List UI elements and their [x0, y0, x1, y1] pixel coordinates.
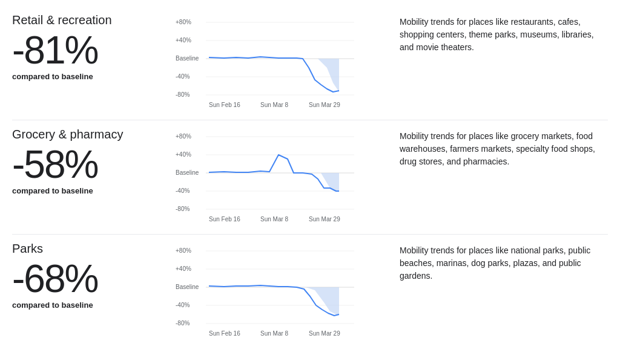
- svg-text:Sun Feb 16: Sun Feb 16: [209, 216, 240, 223]
- title-retail: Retail & recreation: [12, 13, 157, 27]
- svg-text:-80%: -80%: [176, 320, 190, 327]
- svg-text:Sun Feb 16: Sun Feb 16: [209, 330, 240, 337]
- desc-grocery: Mobility trends for places like grocery …: [363, 128, 608, 168]
- value-retail: -81%: [12, 31, 157, 70]
- compared-retail: compared to baseline: [12, 72, 157, 81]
- row-retail: Retail & recreation -81% compared to bas…: [12, 6, 608, 120]
- svg-text:-40%: -40%: [176, 73, 190, 80]
- svg-text:+80%: +80%: [176, 247, 191, 254]
- svg-marker-41: [297, 287, 339, 314]
- svg-text:+80%: +80%: [176, 19, 191, 25]
- chart-retail: +80% +40% Baseline -40% -80% Sun Feb 16 …: [170, 13, 363, 112]
- svg-marker-27: [294, 173, 339, 191]
- left-grocery: Grocery & pharmacy -58% compared to base…: [12, 128, 170, 195]
- left-retail: Retail & recreation -81% compared to bas…: [12, 13, 170, 81]
- row-grocery: Grocery & pharmacy -58% compared to base…: [12, 120, 608, 235]
- svg-text:-40%: -40%: [176, 187, 190, 194]
- svg-text:Sun Mar 8: Sun Mar 8: [260, 102, 289, 108]
- svg-text:Sun Mar 29: Sun Mar 29: [309, 330, 340, 337]
- svg-text:+40%: +40%: [176, 151, 191, 158]
- left-parks: Parks -68% compared to baseline: [12, 242, 170, 310]
- title-grocery: Grocery & pharmacy: [12, 128, 157, 141]
- svg-text:-80%: -80%: [176, 91, 190, 98]
- chart-svg-retail: +80% +40% Baseline -40% -80% Sun Feb 16 …: [176, 13, 357, 110]
- main-container: Retail & recreation -81% compared to bas…: [0, 0, 620, 354]
- chart-svg-parks: +80% +40% Baseline -40% -80% Sun Feb 16 …: [176, 242, 357, 339]
- svg-text:+40%: +40%: [176, 265, 191, 272]
- row-parks: Parks -68% compared to baseline +80% +40…: [12, 235, 608, 348]
- svg-text:Baseline: Baseline: [176, 169, 199, 176]
- title-parks: Parks: [12, 242, 157, 256]
- svg-text:Baseline: Baseline: [176, 284, 199, 290]
- svg-text:+40%: +40%: [176, 37, 191, 44]
- value-grocery: -58%: [12, 145, 157, 184]
- chart-svg-grocery: +80% +40% Baseline -40% -80% Sun Feb 16 …: [176, 128, 357, 224]
- svg-text:Sun Feb 16: Sun Feb 16: [209, 102, 240, 108]
- svg-text:Sun Mar 8: Sun Mar 8: [260, 216, 289, 223]
- svg-text:Sun Mar 29: Sun Mar 29: [309, 216, 340, 223]
- compared-grocery: compared to baseline: [12, 186, 157, 195]
- chart-grocery: +80% +40% Baseline -40% -80% Sun Feb 16 …: [170, 128, 363, 227]
- svg-text:+80%: +80%: [176, 133, 191, 140]
- compared-parks: compared to baseline: [12, 301, 157, 310]
- svg-text:-80%: -80%: [176, 206, 190, 212]
- svg-text:Sun Mar 8: Sun Mar 8: [260, 330, 289, 337]
- chart-parks: +80% +40% Baseline -40% -80% Sun Feb 16 …: [170, 242, 363, 341]
- svg-text:Sun Mar 29: Sun Mar 29: [309, 102, 340, 108]
- value-parks: -68%: [12, 259, 157, 298]
- svg-text:-40%: -40%: [176, 302, 190, 308]
- desc-parks: Mobility trends for places like national…: [363, 242, 608, 282]
- desc-retail: Mobility trends for places like restaura…: [363, 13, 608, 54]
- svg-text:Baseline: Baseline: [176, 55, 199, 62]
- svg-marker-13: [303, 59, 339, 92]
